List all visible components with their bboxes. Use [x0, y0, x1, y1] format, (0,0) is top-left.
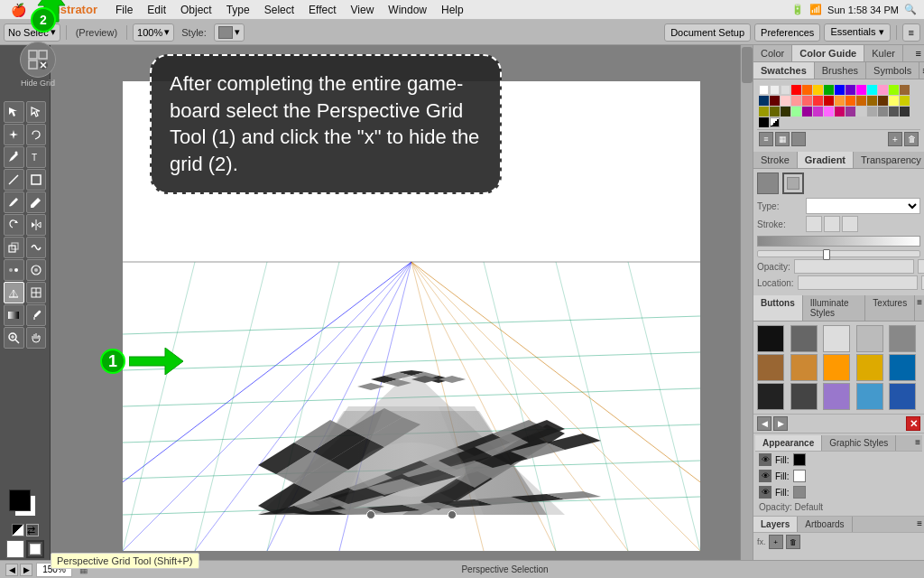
layers-add-btn[interactable]: +	[769, 535, 783, 549]
tab-layers[interactable]: Layers	[753, 517, 798, 532]
warp-tool[interactable]	[26, 237, 47, 258]
mat-dark2[interactable]	[790, 383, 818, 410]
foreground-color-well[interactable]	[9, 489, 31, 511]
swatch-blue[interactable]	[835, 85, 845, 95]
mat-brown[interactable]	[757, 354, 784, 381]
swatch-y5[interactable]	[781, 107, 790, 117]
mat-blue[interactable]	[889, 354, 916, 381]
stroke-indicator[interactable]	[26, 540, 44, 558]
style-dropdown[interactable]: ▾	[214, 23, 245, 42]
scrollbar-thumb[interactable]	[742, 47, 753, 83]
swatch-y3[interactable]	[759, 107, 769, 117]
layers-menu-btn[interactable]: ≡	[915, 517, 924, 532]
swatch-m4[interactable]	[835, 107, 845, 117]
gradient-stroke-swatch[interactable]	[782, 172, 804, 194]
tab-color-guide[interactable]: Color Guide	[792, 45, 864, 61]
swatch-o4[interactable]	[867, 96, 877, 106]
mat-gray[interactable]	[889, 325, 916, 352]
menu-edit[interactable]: Edit	[140, 0, 173, 20]
swatch-gray1[interactable]	[770, 85, 780, 95]
tab-swatches[interactable]: Swatches	[753, 62, 815, 79]
tab-transparency[interactable]: Transparency	[854, 152, 924, 168]
type-tool[interactable]: T	[26, 146, 47, 168]
hide-grid-button[interactable]	[20, 42, 56, 78]
appear-swatch-1[interactable]	[793, 453, 806, 466]
swatch-g1[interactable]	[791, 107, 801, 117]
appear-eye-3[interactable]: 👁	[759, 486, 772, 499]
zoom-tool[interactable]	[4, 327, 24, 349]
swatch-brown[interactable]	[900, 85, 910, 95]
tab-buttons[interactable]: Buttons	[753, 295, 803, 321]
appear-eye-1[interactable]: 👁	[759, 453, 772, 466]
stroke-opt-3[interactable]	[842, 216, 858, 232]
swap-colors-icon[interactable]: ⇄	[26, 524, 39, 536]
gradient-slider[interactable]	[757, 250, 920, 257]
swatch-n1[interactable]	[856, 107, 866, 117]
menu-object[interactable]: Object	[173, 0, 219, 20]
zoom-dropdown[interactable]: 100% ▾	[133, 23, 174, 42]
show-all-swatches-btn[interactable]: ▦	[775, 132, 790, 146]
gradient-handle[interactable]	[823, 249, 830, 260]
mat-close-btn[interactable]: ✕	[906, 416, 920, 431]
swatch-gray2[interactable]	[781, 85, 790, 95]
magic-wand-tool[interactable]	[4, 124, 24, 145]
swatch-lime[interactable]	[889, 85, 899, 95]
swatch-y1[interactable]	[889, 96, 899, 106]
swatch-libraries-btn[interactable]: ≡	[759, 132, 773, 146]
tab-textures[interactable]: Textures	[865, 295, 915, 321]
lasso-tool[interactable]	[26, 124, 47, 145]
mat-darkblue[interactable]	[889, 383, 916, 410]
pencil-tool[interactable]	[26, 191, 47, 213]
selection-tool[interactable]	[4, 101, 24, 123]
swatch-none[interactable]	[770, 117, 780, 127]
location-input[interactable]	[798, 275, 918, 290]
tab-symbols[interactable]: Symbols	[866, 62, 919, 79]
mat-prev-btn[interactable]: ◀	[757, 416, 772, 431]
appear-eye-2[interactable]: 👁	[759, 470, 772, 482]
pen-tool[interactable]	[4, 146, 24, 168]
symbol-tool[interactable]	[26, 259, 47, 281]
swatch-m1[interactable]	[802, 107, 812, 117]
swatch-m2[interactable]	[813, 107, 823, 117]
swatch-groups-btn[interactable]	[791, 132, 806, 146]
preferences-button[interactable]: Preferences	[754, 23, 820, 42]
mat-skyblue[interactable]	[856, 383, 883, 410]
control-point-left[interactable]	[366, 510, 375, 519]
swatch-orange[interactable]	[802, 85, 812, 95]
tab-brushes[interactable]: Brushes	[815, 62, 866, 79]
swatch-magenta[interactable]	[856, 85, 866, 95]
mat-purple[interactable]	[823, 383, 850, 410]
essentials-button[interactable]: Essentials ▾	[824, 23, 890, 42]
mat-gold[interactable]	[856, 354, 883, 381]
menu-help[interactable]: Help	[434, 0, 471, 20]
mat-next-btn[interactable]: ▶	[773, 416, 788, 431]
control-point-right[interactable]	[448, 510, 457, 519]
swatch-m3[interactable]	[824, 107, 834, 117]
mat-tan[interactable]	[790, 354, 818, 381]
swatch-n5[interactable]	[900, 107, 910, 117]
swatch-yellow[interactable]	[813, 85, 823, 95]
tab-color[interactable]: Color	[753, 45, 792, 61]
swatches-menu-btn[interactable]: ≡	[919, 62, 924, 79]
swatch-white[interactable]	[759, 85, 769, 95]
swatch-n4[interactable]	[889, 107, 899, 117]
mat-medgray[interactable]	[856, 325, 883, 352]
swatch-o1[interactable]	[835, 96, 845, 106]
stroke-opt-1[interactable]	[806, 216, 822, 232]
direct-selection-tool[interactable]	[26, 101, 47, 123]
stroke-opt-2[interactable]	[824, 216, 840, 232]
tab-illuminate-styles[interactable]: Illuminate Styles	[803, 295, 866, 321]
gradient-type-select[interactable]	[806, 198, 920, 214]
swatch-m5[interactable]	[845, 107, 855, 117]
mat-dark1[interactable]	[757, 383, 784, 410]
line-tool[interactable]	[4, 169, 24, 191]
menu-view[interactable]: View	[344, 0, 382, 20]
doc-setup-button[interactable]: Document Setup	[664, 23, 751, 42]
rotate-tool[interactable]	[4, 214, 24, 236]
tab-graphic-styles[interactable]: Graphic Styles	[822, 435, 896, 451]
menu-effect[interactable]: Effect	[301, 0, 343, 20]
delete-swatch-btn[interactable]: 🗑	[904, 132, 919, 146]
default-colors-icon[interactable]	[12, 524, 24, 536]
menu-select[interactable]: Select	[257, 0, 301, 20]
mat-black[interactable]	[757, 325, 784, 352]
